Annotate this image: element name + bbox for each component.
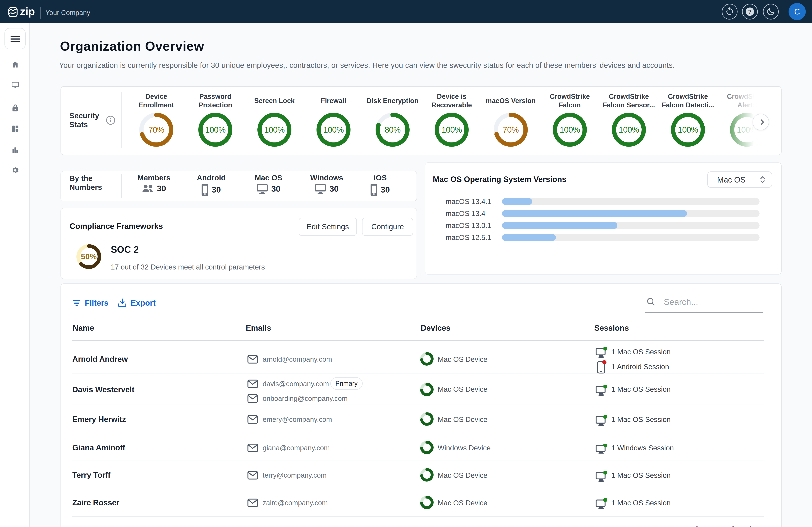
svg-text:?: ? (748, 9, 752, 15)
